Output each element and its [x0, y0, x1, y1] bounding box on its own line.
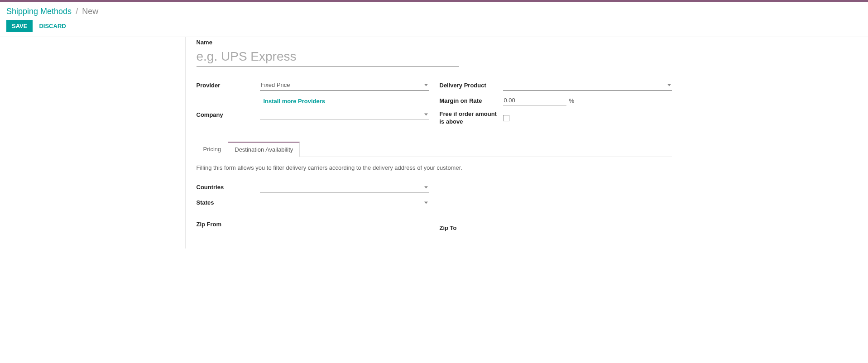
form-sheet: Name Provider Install more Providers Com… — [185, 37, 683, 248]
states-label: States — [197, 199, 260, 206]
delivery-product-select[interactable] — [503, 80, 672, 91]
header: Shipping Methods / New SAVE DISCARD — [0, 2, 868, 37]
breadcrumb-sep: / — [76, 7, 78, 16]
zip-to-input[interactable] — [503, 223, 672, 233]
zip-to-label: Zip To — [440, 224, 503, 231]
countries-label: Countries — [197, 184, 260, 191]
company-select[interactable] — [260, 109, 429, 120]
tabs: Pricing Destination Availability — [197, 141, 672, 157]
form-scroll[interactable]: Name Provider Install more Providers Com… — [0, 37, 868, 358]
breadcrumb-parent[interactable]: Shipping Methods — [6, 7, 72, 16]
margin-suffix: % — [569, 97, 575, 104]
install-providers-link[interactable]: Install more Providers — [260, 95, 429, 109]
free-if-checkbox[interactable] — [503, 115, 509, 121]
margin-label: Margin on Rate — [440, 97, 503, 104]
name-input[interactable] — [197, 47, 459, 67]
countries-select[interactable] — [260, 182, 429, 193]
tab-pricing[interactable]: Pricing — [197, 142, 228, 157]
delivery-product-label: Delivery Product — [440, 82, 503, 89]
tab-description: Filling this form allows you to filter d… — [197, 157, 672, 178]
states-select[interactable] — [260, 197, 429, 208]
zip-from-label: Zip From — [197, 221, 260, 228]
free-if-label: Free if order amount is above — [440, 110, 503, 126]
breadcrumb: Shipping Methods / New — [6, 7, 862, 16]
save-button[interactable]: SAVE — [6, 20, 33, 32]
zip-from-input[interactable] — [260, 219, 429, 229]
breadcrumb-current: New — [82, 7, 98, 16]
provider-select[interactable] — [260, 80, 429, 91]
name-label: Name — [197, 37, 672, 47]
tab-destination-availability[interactable]: Destination Availability — [228, 142, 300, 157]
company-label: Company — [197, 111, 260, 118]
margin-input[interactable] — [503, 95, 566, 106]
provider-label: Provider — [197, 82, 260, 89]
discard-button[interactable]: DISCARD — [39, 23, 66, 29]
header-actions: SAVE DISCARD — [6, 20, 862, 32]
